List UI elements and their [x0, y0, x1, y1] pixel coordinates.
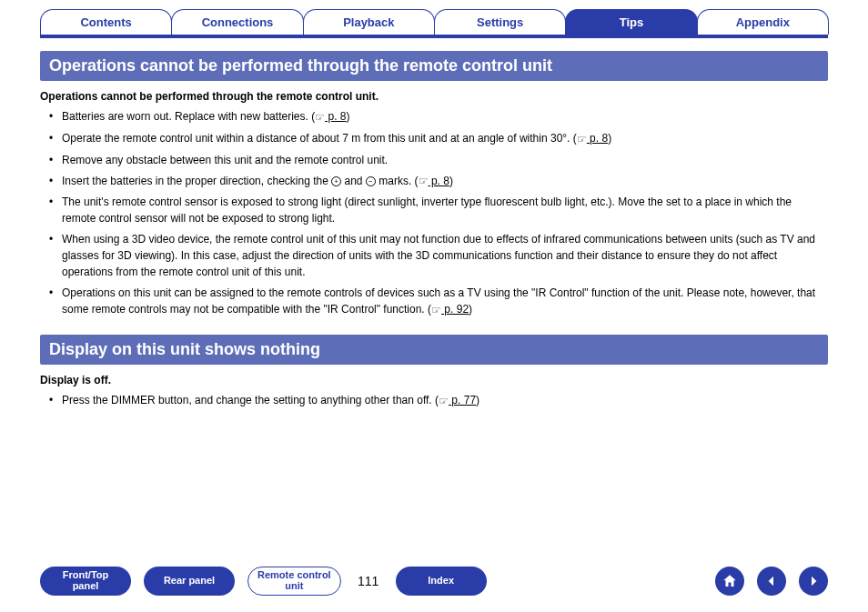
page-link[interactable]: p. 77: [449, 394, 476, 406]
hand-icon: ☞: [431, 302, 441, 318]
page-link[interactable]: p. 8: [429, 175, 449, 187]
minus-icon: −: [366, 176, 376, 186]
page-number: 111: [354, 574, 383, 588]
top-tabs: Contents Connections Playback Settings T…: [0, 0, 868, 35]
tab-playback[interactable]: Playback: [303, 9, 435, 35]
list-item: Insert the batteries in the proper direc…: [53, 173, 828, 190]
list-item: The unit's remote control sensor is expo…: [53, 194, 828, 226]
hand-icon: ☞: [419, 173, 429, 189]
prev-page-icon[interactable]: [757, 567, 786, 596]
list-item: Batteries are worn out. Replace with new…: [53, 108, 828, 125]
section1-title: Operations cannot be performed through t…: [40, 51, 828, 81]
section1-subhead: Operations cannot be performed through t…: [40, 90, 828, 103]
list-item: When using a 3D video device, the remote…: [53, 231, 828, 280]
page-link[interactable]: p. 8: [587, 132, 608, 145]
page-link[interactable]: p. 8: [325, 110, 346, 123]
tab-contents[interactable]: Contents: [40, 9, 172, 35]
plus-icon: +: [331, 176, 341, 186]
hand-icon: ☞: [439, 393, 449, 409]
tab-tips[interactable]: Tips: [565, 9, 697, 35]
list-item: Operations on this unit can be assigned …: [53, 285, 828, 318]
tab-settings[interactable]: Settings: [434, 9, 566, 35]
section2-title: Display on this unit shows nothing: [40, 335, 828, 365]
tab-appendix[interactable]: Appendix: [697, 9, 829, 35]
remote-control-unit-button[interactable]: Remote control unit: [247, 567, 341, 596]
section2-list: Press the DIMMER button, and change the …: [40, 392, 828, 409]
index-button[interactable]: Index: [396, 567, 487, 596]
list-item: Press the DIMMER button, and change the …: [53, 392, 828, 409]
section2-subhead: Display is off.: [40, 374, 828, 386]
rear-panel-button[interactable]: Rear panel: [144, 567, 235, 596]
home-icon[interactable]: [715, 567, 744, 596]
tab-underline: [40, 35, 828, 38]
tab-connections[interactable]: Connections: [171, 9, 303, 35]
page-link[interactable]: p. 92: [441, 303, 469, 316]
hand-icon: ☞: [315, 109, 325, 125]
bottom-nav: Front/Top panel Rear panel Remote contro…: [0, 567, 868, 596]
list-item: Operate the remote control unit within a…: [53, 130, 828, 147]
next-page-icon[interactable]: [799, 567, 828, 596]
page-content: Operations cannot be performed through t…: [0, 51, 868, 409]
section1-list: Batteries are worn out. Replace with new…: [40, 108, 828, 318]
front-top-panel-button[interactable]: Front/Top panel: [40, 567, 131, 596]
hand-icon: ☞: [577, 131, 587, 147]
list-item: Remove any obstacle between this unit an…: [53, 152, 828, 168]
